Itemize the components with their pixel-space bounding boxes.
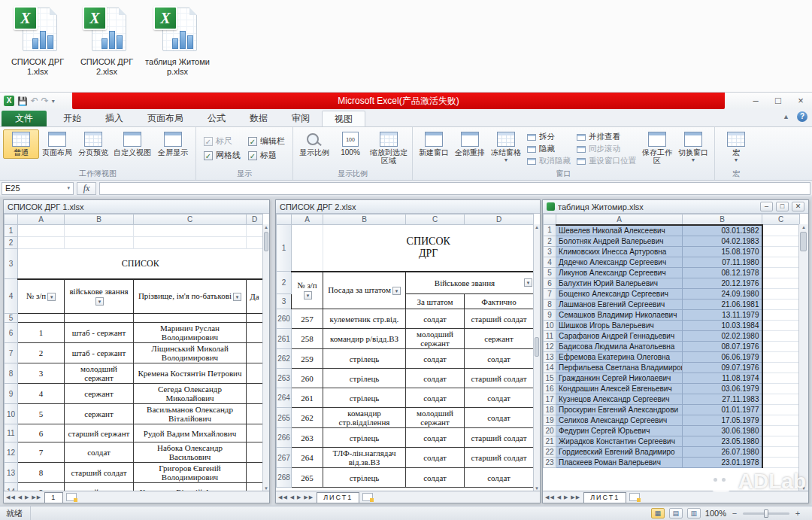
- cell[interactable]: 5: [18, 404, 65, 424]
- cell[interactable]: ТЛФ-лін.наглядач від.зв.ВЗ: [323, 448, 406, 468]
- view-side-by-side-button[interactable]: 并排查看: [577, 132, 636, 142]
- row-header[interactable]: 16: [544, 383, 556, 394]
- cell[interactable]: [247, 314, 263, 323]
- tab-file[interactable]: 文件: [2, 111, 47, 126]
- page-layout-shortcut[interactable]: ▤: [669, 508, 683, 518]
- split-button[interactable]: 拆分: [527, 132, 571, 142]
- row-header[interactable]: 7: [5, 343, 18, 363]
- row-header[interactable]: 11: [5, 424, 18, 442]
- cell[interactable]: Васильманов Олександр Віталійович: [134, 404, 247, 424]
- name-box[interactable]: E25▾: [2, 182, 74, 195]
- cell[interactable]: Жирадков Константин Сергеевич: [556, 436, 683, 446]
- row-header[interactable]: 14: [544, 362, 556, 373]
- row-header[interactable]: 2: [544, 236, 556, 246]
- scrollbar-thumb[interactable]: [535, 337, 539, 357]
- cell[interactable]: стрілець: [323, 349, 406, 369]
- row-header[interactable]: 260: [277, 309, 292, 329]
- row-header[interactable]: 13: [5, 463, 18, 483]
- cell[interactable]: 21.06.1981: [683, 299, 762, 309]
- cell[interactable]: Гражданкин Сергей Николаевич: [556, 373, 683, 383]
- cell[interactable]: 20.12.1976: [683, 278, 762, 288]
- normal-view-shortcut[interactable]: ▦: [651, 508, 665, 518]
- desktop-icon-zhytomyr[interactable]: X таблиця Житоми p.xlsx: [141, 6, 214, 77]
- normal-view-button[interactable]: 普通: [3, 129, 39, 159]
- row-header[interactable]: 17: [544, 394, 556, 404]
- cell[interactable]: [762, 373, 800, 383]
- cell[interactable]: 2: [18, 343, 65, 363]
- cell[interactable]: командир р/відд.ВЗ: [323, 329, 406, 349]
- row-header[interactable]: 5: [5, 314, 18, 323]
- header-cell[interactable]: Прізвище, ім'я по-батькові▼: [134, 279, 247, 314]
- cell[interactable]: [762, 330, 800, 341]
- maximize-button[interactable]: □: [767, 93, 789, 108]
- macros-button[interactable]: 宏 ▼: [718, 129, 754, 165]
- cell[interactable]: солдат: [406, 388, 465, 408]
- scrollbar-thumb[interactable]: [800, 232, 807, 251]
- help-icon[interactable]: ?: [797, 111, 807, 122]
- cell[interactable]: старший солдат: [65, 463, 134, 483]
- header-cell[interactable]: За штатом: [406, 294, 465, 309]
- sheet-nav-icons[interactable]: ◀◀ ◀ ▶ ▶▶: [278, 494, 314, 500]
- column-header[interactable]: D: [465, 214, 534, 225]
- cell[interactable]: 264: [292, 448, 323, 468]
- cell[interactable]: 23.01.1978: [683, 457, 762, 467]
- filter-icon[interactable]: ▼: [47, 293, 56, 301]
- cell[interactable]: [762, 351, 800, 362]
- tab-review[interactable]: 审阅: [280, 111, 322, 126]
- header-cell[interactable]: військове звання▼: [65, 279, 134, 314]
- insert-sheet-icon[interactable]: [362, 493, 373, 501]
- cell[interactable]: штаб - сержант: [65, 343, 134, 363]
- zoom-button[interactable]: 显示比例: [296, 129, 332, 159]
- cell[interactable]: Сарафанов Андрей Геннадьевич: [556, 330, 683, 341]
- cell[interactable]: Кондрашин Алексей Евгеньевич: [556, 383, 683, 394]
- tab-data[interactable]: 数据: [238, 111, 280, 126]
- cell[interactable]: 262: [292, 408, 323, 428]
- cell[interactable]: сержант: [65, 404, 134, 424]
- cell[interactable]: 260: [292, 369, 323, 388]
- minimize-button[interactable]: –: [744, 93, 767, 108]
- cell[interactable]: Рудой Вадим Михайлович: [134, 424, 247, 442]
- redo-icon[interactable]: ↷: [41, 96, 49, 106]
- cell[interactable]: 08.12.1978: [683, 267, 762, 278]
- cell[interactable]: Ликунов Александр Сергеевич: [556, 267, 683, 278]
- tab-insert[interactable]: 插入: [93, 111, 135, 126]
- row-header[interactable]: 13: [544, 351, 556, 362]
- cell[interactable]: старший солдат: [465, 309, 534, 329]
- row-header[interactable]: 263: [277, 369, 292, 388]
- zoom-100-button[interactable]: 100 100%: [332, 129, 368, 159]
- formula-input[interactable]: [99, 182, 810, 195]
- scrollbar-thumb[interactable]: [264, 232, 268, 251]
- child-window-zhytomyr[interactable]: таблиця Житомир.xlsx – □ ✕ A B C 1 Шевел…: [542, 199, 809, 503]
- zoom-slider-thumb[interactable]: [764, 509, 768, 518]
- filter-icon[interactable]: ▼: [95, 297, 104, 306]
- unhide-button[interactable]: 取消隐藏: [527, 156, 571, 166]
- select-all-corner[interactable]: [5, 214, 18, 225]
- cell[interactable]: кулеметник стр.від.: [323, 309, 406, 329]
- cell[interactable]: молодший сержант: [65, 363, 134, 384]
- cell[interactable]: [762, 257, 800, 267]
- cell[interactable]: 24.09.1980: [683, 288, 762, 299]
- cell[interactable]: [247, 442, 263, 463]
- child-minimize-button[interactable]: –: [760, 202, 773, 211]
- cell[interactable]: 27.11.1983: [683, 394, 762, 404]
- cell[interactable]: солдат: [465, 468, 534, 488]
- row-header[interactable]: 6: [544, 278, 556, 288]
- cell[interactable]: [762, 436, 800, 446]
- child-window-title-bar[interactable]: СПИСОК ДРГ 2.xlsx: [276, 200, 540, 214]
- cell[interactable]: [134, 237, 247, 249]
- row-header[interactable]: 3: [277, 294, 292, 309]
- cell[interactable]: Гордиевский Евгений Владимиро: [556, 446, 683, 457]
- cell[interactable]: солдат: [465, 408, 534, 428]
- sheet-tab[interactable]: 1: [44, 492, 63, 503]
- cell[interactable]: 257: [292, 309, 323, 329]
- cell[interactable]: солдат: [406, 309, 465, 329]
- cell[interactable]: [65, 225, 134, 237]
- cell[interactable]: [762, 236, 800, 246]
- cell[interactable]: [247, 463, 263, 483]
- cell[interactable]: [762, 288, 800, 299]
- cell[interactable]: 261: [292, 388, 323, 408]
- sheet-title-cell[interactable]: СПИСОК: [18, 249, 263, 279]
- row-header[interactable]: 262: [277, 349, 292, 369]
- row-header[interactable]: 18: [544, 404, 556, 415]
- child-restore-button[interactable]: □: [776, 202, 789, 211]
